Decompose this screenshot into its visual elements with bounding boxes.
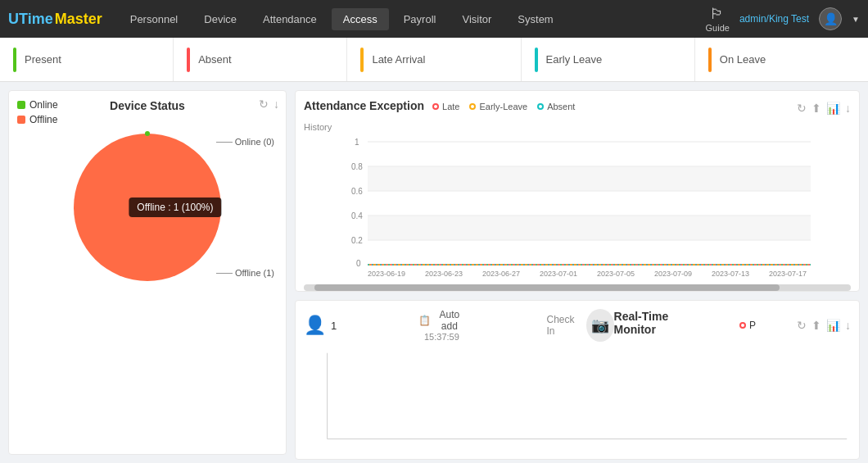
present-label: Present <box>25 53 61 66</box>
brand-master: Master <box>55 11 102 28</box>
nav-payroll[interactable]: Payroll <box>392 8 448 30</box>
svg-point-0 <box>74 134 221 281</box>
attendance-title-section: Attendance Exception Late Early-Leave <box>304 99 575 117</box>
legend-early-leave: Early-Leave <box>469 102 527 111</box>
auto-add-area: 📋 Auto add 15:37:59 <box>418 309 464 342</box>
svg-text:2023-06-27: 2023-06-27 <box>482 270 520 278</box>
chart-scrollbar[interactable] <box>304 284 851 291</box>
svg-text:0.2: 0.2 <box>351 236 363 245</box>
chart-scrollbar-thumb <box>314 284 780 291</box>
chart-legend: Late Early-Leave Absent <box>432 102 575 111</box>
attendance-upload-btn[interactable]: ⬆ <box>811 102 821 115</box>
realtime-chart-svg <box>304 347 851 453</box>
attendance-refresh-btn[interactable]: ↻ <box>797 102 807 115</box>
svg-rect-15 <box>368 216 811 240</box>
late-circle <box>432 103 439 110</box>
auto-add-time: 15:37:59 <box>418 332 464 342</box>
nav-access[interactable]: Access <box>332 8 389 30</box>
main-content: Online Offline Device Status ↻ ↓ <box>0 82 868 463</box>
realtime-title-area: Real-Time Monitor <box>614 310 698 341</box>
early-label: Early Leave <box>546 53 603 66</box>
navbar-right: 🏳 Guide admin/King Test 👤 ▼ <box>706 6 860 33</box>
svg-text:0.4: 0.4 <box>351 211 363 220</box>
summary-early[interactable]: Early Leave <box>522 38 695 81</box>
person-icon: 👤 <box>304 315 326 336</box>
attendance-chart-svg: 1 0.8 0.6 0.4 0.2 0 <box>304 135 851 279</box>
realtime-upload-btn[interactable]: ⬆ <box>811 319 821 332</box>
svg-text:2023-07-05: 2023-07-05 <box>597 270 635 278</box>
realtime-title: Real-Time Monitor <box>614 310 698 336</box>
realtime-refresh-btn[interactable]: ↻ <box>797 319 807 332</box>
summary-absent[interactable]: Absent <box>174 38 347 81</box>
legend-online: Online <box>17 99 58 111</box>
realtime-header: 👤 1 📋 Auto add 15:37:59 Check In 📷 <box>304 309 851 342</box>
svg-text:2023-07-13: 2023-07-13 <box>712 270 749 278</box>
pie-svg <box>66 125 229 289</box>
realtime-chart-area <box>304 347 851 456</box>
person-count-area: 👤 1 <box>304 315 337 336</box>
legend-late: Late <box>432 102 459 111</box>
checkin-label: Check In <box>547 314 580 337</box>
camera-icon: 📷 <box>586 309 614 342</box>
svg-rect-14 <box>368 166 811 191</box>
brand-time: Time <box>19 11 53 28</box>
svg-text:2023-07-09: 2023-07-09 <box>654 270 692 278</box>
device-download-btn[interactable]: ↓ <box>274 98 279 111</box>
guide-label: Guide <box>706 23 730 33</box>
nav-personnel[interactable]: Personnel <box>119 8 190 30</box>
summary-bar: Present Absent Late Arrival Early Leave … <box>0 38 868 82</box>
svg-text:0: 0 <box>356 259 361 268</box>
nav-system[interactable]: System <box>506 8 564 30</box>
onleave-label: On Leave <box>720 53 766 66</box>
device-refresh-btn[interactable]: ↻ <box>259 98 269 111</box>
early-leave-circle <box>469 103 476 110</box>
summary-late[interactable]: Late Arrival <box>347 38 521 81</box>
attendance-chart-btn[interactable]: 📊 <box>826 102 840 115</box>
svg-text:0.8: 0.8 <box>351 162 363 171</box>
nav-device[interactable]: Device <box>192 8 248 30</box>
legend-absent: Absent <box>537 102 575 111</box>
online-pie-label: Online (0) <box>216 137 274 147</box>
guide-button[interactable]: 🏳 Guide <box>706 6 730 33</box>
svg-text:2023-07-01: 2023-07-01 <box>540 270 577 278</box>
nav-links: Personnel Device Attendance Access Payro… <box>119 8 706 30</box>
device-chart-area: Offline : 1 (100%) Online (0) Offline (1… <box>17 117 278 297</box>
late-legend-label: Late <box>442 102 459 111</box>
p-legend-area: P <box>739 320 756 331</box>
attendance-card-actions: ↻ ⬆ 📊 ↓ <box>797 102 851 115</box>
summary-onleave[interactable]: On Leave <box>695 38 868 81</box>
present-indicator <box>13 48 16 72</box>
realtime-card-actions: ↻ ⬆ 📊 ↓ <box>797 319 851 332</box>
person-count: 1 <box>331 320 337 332</box>
offline-pie-label: Offline (1) <box>216 268 274 278</box>
early-leave-legend-label: Early-Leave <box>479 102 527 111</box>
late-label: Late Arrival <box>372 53 425 66</box>
summary-present[interactable]: Present <box>0 38 174 81</box>
user-dropdown-arrow[interactable]: ▼ <box>852 15 860 24</box>
svg-text:2023-06-19: 2023-06-19 <box>368 270 405 278</box>
device-status-title: Device Status <box>110 99 185 112</box>
user-avatar[interactable]: 👤 <box>819 7 842 30</box>
brand-logo[interactable]: UTime Master <box>8 11 102 28</box>
svg-point-1 <box>145 131 150 136</box>
absent-indicator <box>187 48 190 72</box>
user-info[interactable]: admin/King Test <box>739 13 809 25</box>
avatar-icon: 👤 <box>824 12 838 25</box>
guide-icon: 🏳 <box>710 6 725 23</box>
auto-add-label: Auto add <box>434 309 464 332</box>
nav-visitor[interactable]: Visitor <box>450 8 503 30</box>
svg-text:2023-07-17: 2023-07-17 <box>769 270 807 278</box>
absent-legend-label: Absent <box>547 102 575 111</box>
early-indicator <box>535 48 538 72</box>
nav-attendance[interactable]: Attendance <box>251 8 328 30</box>
device-card-actions: ↻ ↓ <box>259 98 279 111</box>
online-dot <box>17 101 25 109</box>
absent-circle <box>537 103 544 110</box>
attendance-exception-card: Attendance Exception Late Early-Leave <box>295 90 860 292</box>
p-legend-dot <box>739 322 746 329</box>
realtime-chart-btn[interactable]: 📊 <box>826 319 840 332</box>
svg-text:1: 1 <box>355 138 359 147</box>
navbar: UTime Master Personnel Device Attendance… <box>0 0 868 38</box>
attendance-download-btn[interactable]: ↓ <box>845 102 851 115</box>
realtime-download-btn[interactable]: ↓ <box>845 319 851 332</box>
